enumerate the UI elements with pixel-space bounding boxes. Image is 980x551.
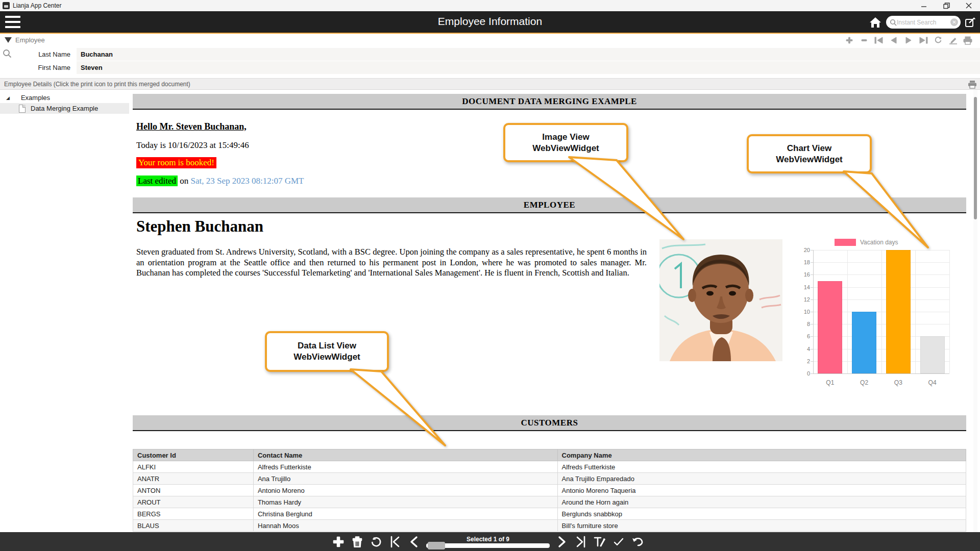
undo-button[interactable] [631,535,644,548]
record-slider: Selected 1 of 9 [426,536,550,548]
table-row[interactable]: AROUTThomas HardyAround the Horn again [133,496,966,508]
column-header[interactable]: Customer Id [133,449,254,461]
column-header[interactable]: Contact Name [253,449,557,461]
lastname-field[interactable]: Buchanan [77,48,980,61]
page-title: Employee Information [0,15,980,28]
last-edited-line: Last edited on Sat, 23 Sep 2023 08:12:07… [136,176,304,186]
add-record-button[interactable] [844,35,854,45]
table-row[interactable]: ANATRAna TrujilloAna Trujillo Emparedado [133,473,966,485]
tree-expander-icon[interactable]: ◢ [6,95,10,101]
x-tick-label: Q1 [815,379,845,386]
print-document-button[interactable] [968,80,977,90]
last-record-button[interactable] [918,35,928,45]
callout-line: WebViewWidget [776,154,843,165]
delete-button[interactable] [351,535,364,548]
y-tick-label: 14 [799,284,810,290]
table-cell: Ana Trujillo Emparedado [557,473,966,485]
callout-line: WebViewWidget [532,143,599,154]
table-cell: BERGS [133,508,254,520]
refresh-button[interactable] [933,35,943,45]
document-pane: DOCUMENT DATA MERGING EXAMPLE Hello Mr. … [129,90,980,532]
slider-thumb[interactable] [428,542,445,549]
gridline [949,250,950,373]
search-icon [890,19,897,26]
search-clear-icon[interactable]: ✕ [950,18,958,26]
previous-button[interactable] [407,535,421,548]
table-row[interactable]: ANTONAntonio MorenoAntonio Moreno Taquer… [133,485,966,496]
column-header[interactable]: Company Name [557,449,966,461]
details-bar-text: Employee Details (Click the print icon t… [4,81,190,88]
customers-table: Customer IdContact NameCompany Name ALFK… [133,449,966,532]
y-tick-label: 20 [799,247,810,253]
add-button[interactable] [332,535,345,548]
confirm-button[interactable] [612,535,625,548]
x-tick-label: Q2 [849,379,879,386]
legend-swatch [835,239,856,246]
table-cell: Around the Horn again [557,496,966,508]
customers-table-header: Customer IdContact NameCompany Name [133,449,966,461]
print-button[interactable] [963,35,973,45]
restore-icon [943,3,950,9]
record-toolbar [844,35,973,45]
first-button[interactable] [388,535,402,548]
section-header-row: Employee [0,35,980,46]
tree-item-data-merging-example[interactable]: Data Merging Example [0,103,129,114]
employee-section-bar: EMPLOYEE [133,197,966,213]
table-row[interactable]: ALFKIAlfreds FutterkisteAlfreds Futterki… [133,461,966,473]
remove-record-button[interactable] [859,35,869,45]
minimize-icon [921,3,927,9]
tree-node-label: Examples [21,94,50,102]
restore-button[interactable] [935,0,958,11]
filter-edit-button[interactable] [593,535,606,548]
y-tick-label: 0 [799,370,810,377]
y-tick-label: 2 [799,358,810,364]
y-tick-label: 4 [799,346,810,352]
search-input[interactable] [897,19,950,26]
last-button[interactable] [574,535,587,548]
chart-bar-Q4 [920,336,945,373]
compose-icon [965,16,976,29]
next-button[interactable] [555,535,569,548]
x-axis [813,373,949,374]
document-scrollbar-thumb[interactable] [974,97,977,219]
callout-chart-view: Chart View WebViewWidget [747,134,872,173]
previous-record-button[interactable] [889,35,899,45]
last-edited-mid: on [178,176,191,186]
close-button[interactable] [958,0,980,11]
callout-line: Data List View [298,340,356,352]
employee-bio: Steven graduated from St. Andrews Univer… [136,247,647,279]
compose-button[interactable] [965,16,976,29]
first-record-button[interactable] [874,35,884,45]
section-collapse-icon[interactable] [5,37,12,43]
app-window: Lianja App Center Employee Information [0,0,980,551]
home-button[interactable] [869,16,882,29]
greeting-text: Hello Mr. Steven Buchanan, [136,121,247,132]
firstname-field[interactable]: Steven [77,61,980,74]
form-row-firstname: First Name Steven [0,61,980,74]
gridline [881,250,882,373]
table-cell: Berglunds snabbkop [557,508,966,520]
last-edited-badge: Last edited [136,176,178,186]
chart-bar-Q1 [818,281,842,374]
close-icon [966,3,972,9]
table-cell: Bill's furniture store [557,520,966,532]
instant-search[interactable]: ✕ [886,16,961,29]
y-tick-label: 18 [799,259,810,265]
home-icon [869,16,882,29]
callout-data-list-view: Data List View WebViewWidget [265,331,389,372]
table-row[interactable]: BERGSChristina BerglundBerglunds snabbko… [133,508,966,520]
navigation-bar: Selected 1 of 9 [0,532,980,551]
table-cell: ANATR [133,473,254,485]
legend-label: Vacation days [860,239,898,246]
minimize-button[interactable] [913,0,935,11]
edit-button[interactable] [948,35,958,45]
chart-bar-Q3 [886,250,911,373]
slider-track[interactable] [426,543,550,548]
section-label: Employee [15,36,45,44]
tree-node-examples[interactable]: ◢ Examples [0,92,129,103]
table-row[interactable]: BLAUSHannah MoosBill's furniture store [133,520,966,532]
refresh-button[interactable] [370,535,383,548]
next-record-button[interactable] [903,35,914,45]
table-cell: ANTON [133,485,254,496]
y-tick-label: 16 [799,271,810,278]
